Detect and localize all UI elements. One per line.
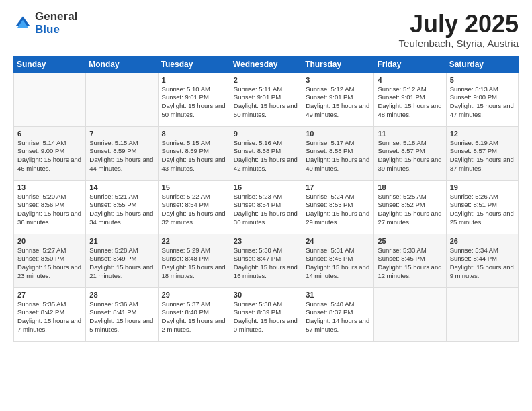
calendar-header-row: SundayMondayTuesdayWednesdayThursdayFrid… xyxy=(14,56,519,73)
day-info: Sunrise: 5:26 AMSunset: 8:51 PMDaylight:… xyxy=(450,193,515,227)
day-number: 6 xyxy=(17,130,82,138)
day-info: Sunrise: 5:31 AMSunset: 8:46 PMDaylight:… xyxy=(306,246,370,281)
day-info: Sunrise: 5:30 AMSunset: 8:47 PMDaylight:… xyxy=(234,246,298,281)
day-number: 12 xyxy=(450,130,515,138)
calendar-cell: 10Sunrise: 5:17 AMSunset: 8:58 PMDayligh… xyxy=(302,126,374,180)
calendar-week-0: 1Sunrise: 5:10 AMSunset: 9:01 PMDaylight… xyxy=(14,73,519,126)
day-number: 9 xyxy=(234,130,298,138)
calendar-cell: 6Sunrise: 5:14 AMSunset: 9:00 PMDaylight… xyxy=(14,126,86,180)
month-title: July 2025 xyxy=(399,11,519,38)
day-info: Sunrise: 5:12 AMSunset: 9:01 PMDaylight:… xyxy=(378,85,442,120)
day-info: Sunrise: 5:14 AMSunset: 9:00 PMDaylight:… xyxy=(17,139,82,173)
day-info: Sunrise: 5:13 AMSunset: 9:00 PMDaylight:… xyxy=(450,85,515,120)
day-info: Sunrise: 5:12 AMSunset: 9:01 PMDaylight:… xyxy=(306,85,370,120)
calendar-header-sunday: Sunday xyxy=(14,56,86,73)
title-block: July 2025 Teufenbach, Styria, Austria xyxy=(399,11,519,49)
day-number: 25 xyxy=(378,237,442,245)
day-number: 26 xyxy=(450,237,515,245)
logo-text: General Blue xyxy=(35,11,77,36)
calendar-cell: 15Sunrise: 5:22 AMSunset: 8:54 PMDayligh… xyxy=(158,180,230,234)
calendar-cell: 8Sunrise: 5:15 AMSunset: 8:59 PMDaylight… xyxy=(158,126,230,180)
day-info: Sunrise: 5:11 AMSunset: 9:01 PMDaylight:… xyxy=(234,85,298,120)
day-number: 28 xyxy=(89,291,154,299)
day-info: Sunrise: 5:18 AMSunset: 8:57 PMDaylight:… xyxy=(378,139,442,173)
day-number: 15 xyxy=(162,183,226,191)
day-number: 31 xyxy=(306,291,370,299)
day-number: 20 xyxy=(17,237,82,245)
calendar-header-wednesday: Wednesday xyxy=(230,56,302,73)
calendar-cell: 17Sunrise: 5:24 AMSunset: 8:53 PMDayligh… xyxy=(302,180,374,234)
day-info: Sunrise: 5:22 AMSunset: 8:54 PMDaylight:… xyxy=(162,193,226,227)
day-info: Sunrise: 5:38 AMSunset: 8:39 PMDaylight:… xyxy=(234,300,298,334)
calendar-cell: 1Sunrise: 5:10 AMSunset: 9:01 PMDaylight… xyxy=(158,73,230,126)
calendar-cell: 18Sunrise: 5:25 AMSunset: 8:52 PMDayligh… xyxy=(374,180,446,234)
day-number: 27 xyxy=(17,291,82,299)
day-info: Sunrise: 5:28 AMSunset: 8:49 PMDaylight:… xyxy=(89,246,154,281)
day-info: Sunrise: 5:29 AMSunset: 8:48 PMDaylight:… xyxy=(162,246,226,281)
logo: General Blue xyxy=(13,11,77,36)
day-number: 19 xyxy=(450,183,515,191)
calendar-cell: 23Sunrise: 5:30 AMSunset: 8:47 PMDayligh… xyxy=(230,234,302,287)
calendar-header-monday: Monday xyxy=(86,56,158,73)
calendar-cell xyxy=(446,287,518,341)
day-number: 23 xyxy=(234,237,298,245)
day-info: Sunrise: 5:17 AMSunset: 8:58 PMDaylight:… xyxy=(306,139,370,173)
day-info: Sunrise: 5:10 AMSunset: 9:01 PMDaylight:… xyxy=(162,85,226,120)
day-number: 24 xyxy=(306,237,370,245)
day-number: 14 xyxy=(89,183,154,191)
calendar-cell xyxy=(86,73,158,126)
day-number: 5 xyxy=(450,76,515,84)
day-info: Sunrise: 5:25 AMSunset: 8:52 PMDaylight:… xyxy=(378,193,442,227)
calendar-header-friday: Friday xyxy=(374,56,446,73)
header: General Blue July 2025 Teufenbach, Styri… xyxy=(13,11,519,49)
calendar-cell: 22Sunrise: 5:29 AMSunset: 8:48 PMDayligh… xyxy=(158,234,230,287)
calendar-cell: 29Sunrise: 5:37 AMSunset: 8:40 PMDayligh… xyxy=(158,287,230,341)
calendar-cell: 5Sunrise: 5:13 AMSunset: 9:00 PMDaylight… xyxy=(446,73,518,126)
day-info: Sunrise: 5:33 AMSunset: 8:45 PMDaylight:… xyxy=(378,246,442,281)
calendar-cell: 26Sunrise: 5:34 AMSunset: 8:44 PMDayligh… xyxy=(446,234,518,287)
calendar-header-tuesday: Tuesday xyxy=(158,56,230,73)
day-number: 11 xyxy=(378,130,442,138)
day-number: 10 xyxy=(306,130,370,138)
day-number: 3 xyxy=(306,76,370,84)
day-info: Sunrise: 5:15 AMSunset: 8:59 PMDaylight:… xyxy=(162,139,226,173)
day-info: Sunrise: 5:21 AMSunset: 8:55 PMDaylight:… xyxy=(89,193,154,227)
day-number: 22 xyxy=(162,237,226,245)
calendar-header-saturday: Saturday xyxy=(446,56,518,73)
calendar-cell: 25Sunrise: 5:33 AMSunset: 8:45 PMDayligh… xyxy=(374,234,446,287)
calendar-week-3: 20Sunrise: 5:27 AMSunset: 8:50 PMDayligh… xyxy=(14,234,519,287)
day-number: 17 xyxy=(306,183,370,191)
day-number: 30 xyxy=(234,291,298,299)
day-info: Sunrise: 5:24 AMSunset: 8:53 PMDaylight:… xyxy=(306,193,370,227)
calendar-cell: 31Sunrise: 5:40 AMSunset: 8:37 PMDayligh… xyxy=(302,287,374,341)
day-number: 16 xyxy=(234,183,298,191)
calendar-cell: 7Sunrise: 5:15 AMSunset: 8:59 PMDaylight… xyxy=(86,126,158,180)
calendar-week-2: 13Sunrise: 5:20 AMSunset: 8:56 PMDayligh… xyxy=(14,180,519,234)
day-info: Sunrise: 5:20 AMSunset: 8:56 PMDaylight:… xyxy=(17,193,82,227)
day-info: Sunrise: 5:27 AMSunset: 8:50 PMDaylight:… xyxy=(17,246,82,281)
day-number: 18 xyxy=(378,183,442,191)
calendar-cell: 12Sunrise: 5:19 AMSunset: 8:57 PMDayligh… xyxy=(446,126,518,180)
day-info: Sunrise: 5:19 AMSunset: 8:57 PMDaylight:… xyxy=(450,139,515,173)
calendar-cell: 24Sunrise: 5:31 AMSunset: 8:46 PMDayligh… xyxy=(302,234,374,287)
day-info: Sunrise: 5:36 AMSunset: 8:41 PMDaylight:… xyxy=(89,300,154,334)
logo-icon xyxy=(13,14,32,33)
calendar-cell: 28Sunrise: 5:36 AMSunset: 8:41 PMDayligh… xyxy=(86,287,158,341)
calendar-cell: 30Sunrise: 5:38 AMSunset: 8:39 PMDayligh… xyxy=(230,287,302,341)
day-info: Sunrise: 5:37 AMSunset: 8:40 PMDaylight:… xyxy=(162,300,226,334)
day-info: Sunrise: 5:15 AMSunset: 8:59 PMDaylight:… xyxy=(89,139,154,173)
day-number: 8 xyxy=(162,130,226,138)
calendar-cell: 9Sunrise: 5:16 AMSunset: 8:58 PMDaylight… xyxy=(230,126,302,180)
calendar-cell: 19Sunrise: 5:26 AMSunset: 8:51 PMDayligh… xyxy=(446,180,518,234)
logo-blue: Blue xyxy=(35,24,77,36)
location: Teufenbach, Styria, Austria xyxy=(399,38,519,49)
calendar-cell: 2Sunrise: 5:11 AMSunset: 9:01 PMDaylight… xyxy=(230,73,302,126)
day-number: 1 xyxy=(162,76,226,84)
day-info: Sunrise: 5:23 AMSunset: 8:54 PMDaylight:… xyxy=(234,193,298,227)
day-info: Sunrise: 5:40 AMSunset: 8:37 PMDaylight:… xyxy=(306,300,370,334)
calendar-cell: 4Sunrise: 5:12 AMSunset: 9:01 PMDaylight… xyxy=(374,73,446,126)
calendar-cell: 21Sunrise: 5:28 AMSunset: 8:49 PMDayligh… xyxy=(86,234,158,287)
calendar-cell xyxy=(374,287,446,341)
day-number: 13 xyxy=(17,183,82,191)
calendar: SundayMondayTuesdayWednesdayThursdayFrid… xyxy=(13,56,519,342)
